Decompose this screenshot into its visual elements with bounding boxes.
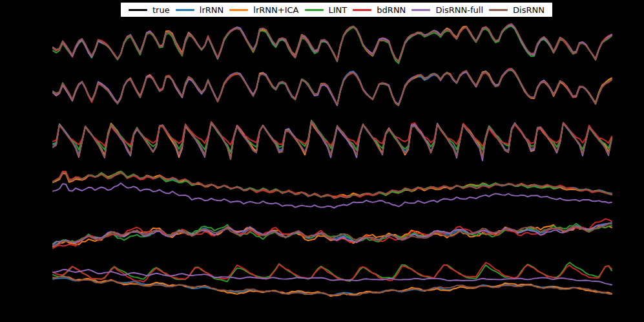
legend-label: lrRNN+ICA bbox=[253, 6, 298, 14]
legend-item-lrrnn: lrRNN bbox=[176, 6, 223, 14]
legend-line-swatch-true bbox=[129, 9, 147, 11]
legend-line-swatch-lrrnn-ica bbox=[229, 9, 248, 11]
legend-label: LINT bbox=[329, 6, 348, 14]
trace-true-p1 bbox=[53, 25, 612, 61]
panel-p4 bbox=[53, 171, 612, 208]
legend-label: DisRNN bbox=[513, 6, 545, 14]
panel-p1 bbox=[53, 24, 612, 63]
trace-lrRNN-p2 bbox=[53, 69, 612, 105]
legend-item-bdrnn: bdRNN bbox=[353, 6, 406, 14]
panel-p6 bbox=[53, 263, 612, 296]
legend-line-swatch-bdrnn bbox=[353, 9, 371, 11]
legend: true lrRNN lrRNN+ICA LINT bdRNN DisRNN-f… bbox=[120, 2, 553, 17]
trace-LINT-p2 bbox=[53, 70, 612, 105]
legend-line-swatch-lint bbox=[305, 9, 324, 11]
trace-lrRNN_ICA-p2 bbox=[53, 70, 612, 106]
trace-LINT-p4 bbox=[53, 171, 612, 198]
legend-item-lrrnn-ica: lrRNN+ICA bbox=[229, 6, 298, 14]
trace-bdRNN-p1 bbox=[53, 25, 612, 61]
legend-item-lint: LINT bbox=[305, 6, 348, 14]
trace-DisRNN-p4 bbox=[53, 173, 612, 199]
trace-bdRNN-p2 bbox=[53, 69, 612, 105]
legend-line-swatch-disrnn bbox=[489, 9, 508, 11]
legend-item-disrnn-full: DisRNN-full bbox=[411, 6, 483, 14]
legend-item-true: true bbox=[129, 6, 170, 14]
figure: true lrRNN lrRNN+ICA LINT bdRNN DisRNN-f… bbox=[0, 0, 644, 322]
legend-label: true bbox=[152, 6, 170, 14]
trace-true-p5 bbox=[53, 223, 612, 244]
trace-DisRNN_full-p5 bbox=[53, 224, 612, 245]
trace-LINT-p5 bbox=[53, 224, 612, 244]
trace-lrRNN-p1 bbox=[53, 25, 612, 61]
legend-label: DisRNN-full bbox=[435, 6, 483, 14]
trace-lrRNN_ICA-p4 bbox=[53, 171, 612, 197]
panel-p5 bbox=[53, 219, 612, 248]
legend-item-disrnn: DisRNN bbox=[489, 6, 545, 14]
trace-DisRNN-p2 bbox=[53, 69, 612, 105]
panel-p3 bbox=[53, 120, 612, 160]
trace-lrRNN-p5 bbox=[53, 222, 612, 246]
trace-true-p2 bbox=[53, 69, 612, 105]
trace-bdRNN-p5 bbox=[53, 219, 612, 248]
trace-LINT-p1 bbox=[53, 27, 612, 64]
trace-bdRNN-p4 bbox=[53, 171, 612, 198]
trace-DisRNN_full-p2 bbox=[53, 70, 612, 105]
trace-DisRNN_full-p1 bbox=[53, 25, 612, 61]
chart-canvas bbox=[0, 0, 644, 322]
legend-label: bdRNN bbox=[377, 6, 406, 14]
trace-DisRNN-p1 bbox=[53, 24, 612, 61]
legend-label: lrRNN bbox=[200, 6, 223, 14]
legend-line-swatch-lrrnn bbox=[176, 9, 194, 11]
panel-p2 bbox=[53, 69, 612, 105]
trace-lrRNN_ICA-p1 bbox=[53, 25, 612, 62]
legend-line-swatch-disrnn-full bbox=[411, 9, 430, 11]
